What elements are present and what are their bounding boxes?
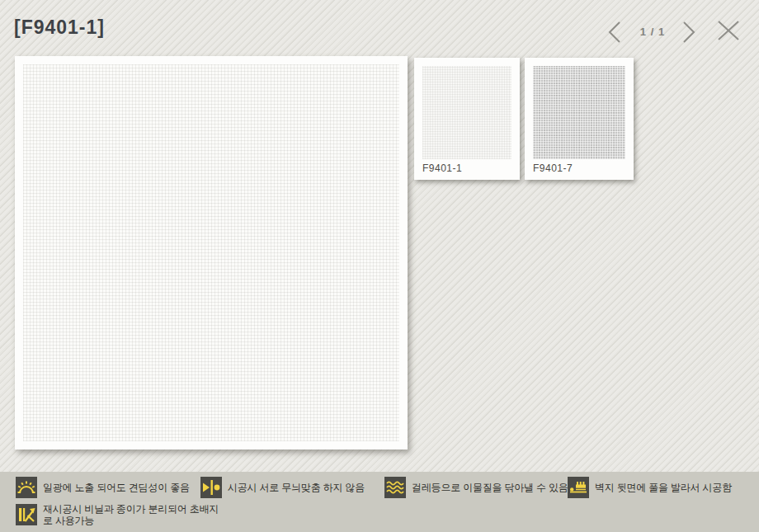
feature-item: 재시공시 비닐과 종이가 분리되어 초배지로 사용가능 (16, 503, 226, 526)
swatch-thumbnail-f9401-7[interactable]: F9401-7 (525, 58, 634, 180)
swatch-thumbnail-f9401-1[interactable]: F9401-1 (414, 58, 520, 180)
swatch-image[interactable] (533, 66, 625, 159)
swatch-code-label: F9401-7 (533, 162, 573, 174)
sunlight-resistant-icon (16, 477, 37, 498)
feature-item: 일광에 노출 되어도 견딤성이 좋음 (16, 477, 190, 498)
peelable-icon (16, 504, 37, 525)
feature-item: 걸레등으로 이물질을 닦아낼 수 있음 (384, 477, 568, 498)
paste-the-back-icon (568, 477, 589, 498)
feature-text: 걸레등으로 이물질을 닦아낼 수 있음 (412, 482, 568, 493)
feature-text: 일광에 노출 되어도 견딤성이 좋음 (43, 482, 190, 493)
chevron-right-icon (680, 34, 697, 46)
swatch-image[interactable] (422, 66, 512, 159)
chevron-left-icon (606, 34, 624, 46)
feature-item: 벽지 뒷면에 풀을 발라서 시공함 (568, 477, 732, 498)
swatch-code-label: F9401-1 (422, 162, 462, 174)
page-title: [F9401-1] (14, 16, 105, 39)
close-button[interactable] (717, 20, 740, 41)
pagination-indicator: 1 / 1 (629, 26, 676, 38)
feature-text: 재시공시 비닐과 종이가 분리되어 초배지로 사용가능 (43, 503, 226, 526)
main-swatch-preview (15, 56, 408, 450)
feature-item: 시공시 서로 무늬맞춤 하지 않음 (200, 477, 365, 498)
wallpaper-detail-view: [F9401-1] 1 / 1 F9401-1 (0, 0, 759, 532)
close-icon (717, 31, 740, 44)
feature-text: 시공시 서로 무늬맞춤 하지 않음 (228, 482, 365, 493)
free-pattern-match-icon (200, 477, 222, 498)
feature-legend-bar: 일광에 노출 되어도 견딤성이 좋음 시공시 서로 무늬맞춤 하지 않음 (0, 472, 759, 532)
washable-icon (384, 477, 406, 498)
prev-page-button[interactable] (606, 21, 624, 44)
wallpaper-texture-image (23, 64, 399, 441)
feature-text: 벽지 뒷면에 풀을 발라서 시공함 (595, 482, 732, 493)
next-page-button[interactable] (680, 21, 697, 44)
